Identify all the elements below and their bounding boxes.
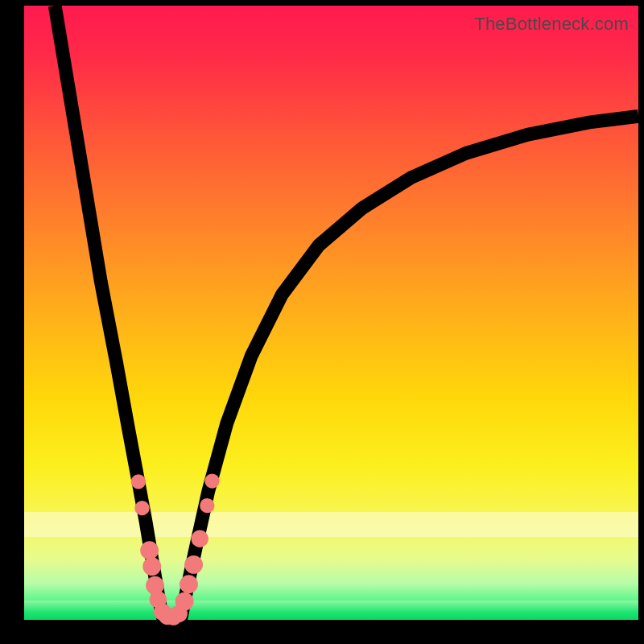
left-curve — [55, 6, 163, 620]
bead-marker — [180, 575, 198, 593]
curve-layer — [24, 6, 638, 620]
bead-marker — [134, 501, 149, 515]
bead-marker — [204, 473, 219, 488]
bead-marker — [131, 474, 146, 489]
bead-marker — [192, 530, 208, 547]
watermark-text: TheBottleneck.com — [474, 14, 629, 35]
right-curve — [181, 116, 638, 620]
bead-marker — [142, 557, 161, 576]
bead-marker — [140, 541, 159, 559]
bead-marker — [184, 555, 203, 574]
chart-panel: TheBottleneck.com — [24, 6, 638, 620]
bead-marker — [200, 498, 214, 513]
bead-marker — [175, 592, 194, 611]
